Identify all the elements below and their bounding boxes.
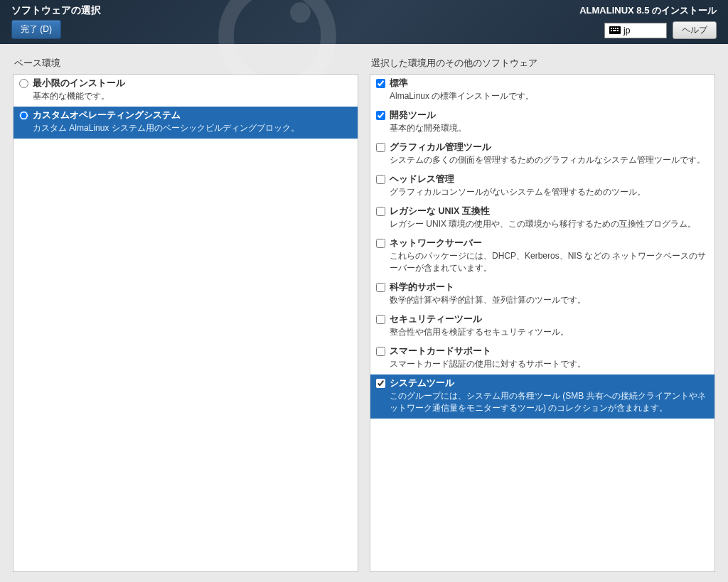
- item-texts: セキュリティーツール整合性や信用を検証するセキュリティツール。: [390, 313, 569, 338]
- addon-checkbox[interactable]: [376, 379, 385, 388]
- item-desc: システムの多くの側面を管理するためのグラフィカルなシステム管理ツールです。: [390, 154, 705, 166]
- item-texts: 開発ツール基本的な開発環境。: [390, 109, 466, 134]
- base-environment-heading: ベース環境: [13, 54, 358, 74]
- item-texts: 最小限のインストール基本的な機能です。: [33, 77, 125, 102]
- addon-checkbox[interactable]: [376, 79, 385, 88]
- item-desc: レガシー UNIX 環境の使用や、この環境から移行するための互換性プログラム。: [390, 218, 696, 230]
- item-title: カスタムオペレーティングシステム: [33, 109, 299, 122]
- item-title: グラフィカル管理ツール: [390, 141, 705, 153]
- addon-checkbox[interactable]: [376, 315, 385, 324]
- help-button[interactable]: ヘルプ: [673, 21, 717, 39]
- item-desc: グラフィカルコンソールがないシステムを管理するためのツール。: [390, 186, 646, 198]
- item-title: ネットワークサーバー: [390, 237, 709, 249]
- item-desc: このグループには、システム用の各種ツール (SMB 共有への接続クライアントやネ…: [390, 390, 709, 414]
- item-title: 開発ツール: [390, 109, 466, 122]
- addons-heading: 選択した環境用のその他のソフトウェア: [370, 54, 715, 74]
- addon-item[interactable]: ヘッドレス管理グラフィカルコンソールがないシステムを管理するためのツール。: [370, 171, 714, 203]
- item-desc: 整合性や信用を検証するセキュリティツール。: [390, 326, 569, 338]
- header-left: ソフトウェアの選択 完了 (D): [11, 4, 101, 44]
- addon-item[interactable]: システムツールこのグループには、システム用の各種ツール (SMB 共有への接続ク…: [370, 374, 714, 419]
- item-title: 科学的サポート: [390, 281, 586, 293]
- base-env-radio[interactable]: [19, 111, 28, 120]
- addon-item[interactable]: 開発ツール基本的な開発環境。: [370, 107, 714, 139]
- svg-point-1: [290, 2, 311, 23]
- base-environment-list[interactable]: 最小限のインストール基本的な機能です。カスタムオペレーティングシステムカスタム …: [13, 74, 358, 572]
- item-texts: 科学的サポート数学的計算や科学的計算、並列計算のツールです。: [390, 281, 586, 306]
- addon-item[interactable]: 科学的サポート数学的計算や科学的計算、並列計算のツールです。: [370, 279, 714, 311]
- header-controls: jp ヘルプ: [604, 21, 717, 39]
- addons-list[interactable]: 標準AlmaLinux の標準インストールです。開発ツール基本的な開発環境。グラ…: [370, 74, 715, 572]
- done-button[interactable]: 完了 (D): [11, 20, 61, 39]
- header-right: ALMALINUX 8.5 のインストール jp ヘルプ: [579, 4, 717, 44]
- item-desc: 基本的な機能です。: [33, 90, 125, 102]
- addon-item[interactable]: スマートカードサポートスマートカード認証の使用に対するサポートです。: [370, 343, 714, 374]
- content-area: ベース環境 最小限のインストール基本的な機能です。カスタムオペレーティングシステ…: [0, 44, 728, 582]
- item-texts: ヘッドレス管理グラフィカルコンソールがないシステムを管理するためのツール。: [390, 173, 646, 198]
- installer-product-title: ALMALINUX 8.5 のインストール: [579, 4, 717, 17]
- keyboard-layout-label: jp: [623, 26, 630, 36]
- addon-item[interactable]: グラフィカル管理ツールシステムの多くの側面を管理するためのグラフィカルなシステム…: [370, 139, 714, 171]
- addon-checkbox[interactable]: [376, 175, 385, 184]
- item-title: ヘッドレス管理: [390, 173, 646, 185]
- item-texts: グラフィカル管理ツールシステムの多くの側面を管理するためのグラフィカルなシステム…: [390, 141, 705, 166]
- keyboard-icon: [609, 26, 621, 34]
- item-texts: スマートカードサポートスマートカード認証の使用に対するサポートです。: [390, 345, 586, 370]
- item-texts: ネットワークサーバーこれらのパッケージには、DHCP、Kerberos、NIS …: [390, 237, 709, 274]
- item-title: セキュリティーツール: [390, 313, 569, 325]
- item-desc: 数学的計算や科学的計算、並列計算のツールです。: [390, 294, 586, 306]
- base-environment-column: ベース環境 最小限のインストール基本的な機能です。カスタムオペレーティングシステ…: [13, 54, 358, 572]
- keyboard-layout-selector[interactable]: jp: [604, 23, 667, 38]
- item-texts: システムツールこのグループには、システム用の各種ツール (SMB 共有への接続ク…: [390, 377, 709, 414]
- addons-column: 選択した環境用のその他のソフトウェア 標準AlmaLinux の標準インストール…: [370, 54, 715, 572]
- item-title: システムツール: [390, 377, 709, 389]
- addon-checkbox[interactable]: [376, 239, 385, 248]
- installer-header: ソフトウェアの選択 完了 (D) ALMALINUX 8.5 のインストール j…: [0, 0, 728, 44]
- page-title: ソフトウェアの選択: [11, 4, 101, 17]
- item-title: レガシーな UNIX 互換性: [390, 205, 696, 217]
- addon-item[interactable]: ネットワークサーバーこれらのパッケージには、DHCP、Kerberos、NIS …: [370, 235, 714, 279]
- item-desc: AlmaLinux の標準インストールです。: [390, 90, 534, 102]
- addon-checkbox[interactable]: [376, 347, 385, 356]
- addon-item[interactable]: レガシーな UNIX 互換性レガシー UNIX 環境の使用や、この環境から移行す…: [370, 203, 714, 235]
- item-desc: これらのパッケージには、DHCP、Kerberos、NIS などの ネットワーク…: [390, 250, 709, 274]
- item-texts: カスタムオペレーティングシステムカスタム AlmaLinux システム用のベーシ…: [33, 109, 299, 134]
- base-env-radio[interactable]: [19, 79, 28, 88]
- base-env-item[interactable]: 最小限のインストール基本的な機能です。: [14, 75, 358, 107]
- item-desc: カスタム AlmaLinux システム用のベーシックビルディングブロック。: [33, 122, 299, 134]
- item-desc: 基本的な開発環境。: [390, 122, 466, 134]
- addon-checkbox[interactable]: [376, 283, 385, 292]
- addon-checkbox[interactable]: [376, 111, 385, 120]
- item-desc: スマートカード認証の使用に対するサポートです。: [390, 358, 586, 370]
- item-title: 最小限のインストール: [33, 77, 125, 90]
- addon-checkbox[interactable]: [376, 207, 385, 216]
- item-title: 標準: [390, 77, 534, 90]
- item-title: スマートカードサポート: [390, 345, 586, 357]
- item-texts: レガシーな UNIX 互換性レガシー UNIX 環境の使用や、この環境から移行す…: [390, 205, 696, 230]
- addon-item[interactable]: セキュリティーツール整合性や信用を検証するセキュリティツール。: [370, 311, 714, 343]
- base-env-item[interactable]: カスタムオペレーティングシステムカスタム AlmaLinux システム用のベーシ…: [14, 107, 358, 139]
- item-texts: 標準AlmaLinux の標準インストールです。: [390, 77, 534, 102]
- addon-checkbox[interactable]: [376, 143, 385, 152]
- addon-item[interactable]: 標準AlmaLinux の標準インストールです。: [370, 75, 714, 107]
